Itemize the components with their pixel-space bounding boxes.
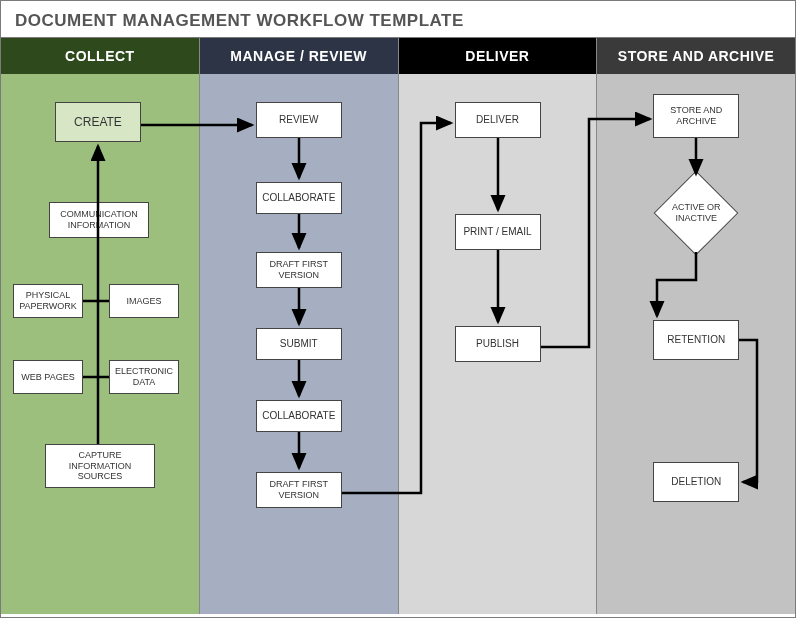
node-submit: SUBMIT [256, 328, 342, 360]
node-print-email: PRINT / EMAIL [455, 214, 541, 250]
column-store-archive: STORE AND ARCHIVE STORE AND ARCHIVE ACTI… [597, 38, 795, 614]
column-header-deliver: DELIVER [399, 38, 597, 74]
node-store-and-archive: STORE AND ARCHIVE [653, 94, 739, 138]
column-header-manage: MANAGE / REVIEW [200, 38, 398, 74]
node-review: REVIEW [256, 102, 342, 138]
column-body-collect: CREATE COMMUNICATION INFORMATION PHYSICA… [1, 74, 199, 614]
node-decision-label: ACTIVE OR INACTIVE [653, 170, 739, 256]
columns-container: COLLECT CREATE COMMUNICATION INFORMATION… [1, 38, 795, 614]
column-header-store: STORE AND ARCHIVE [597, 38, 795, 74]
node-collaborate-1: COLLABORATE [256, 182, 342, 214]
arrows-collect [1, 74, 199, 616]
node-draft-first-version-2: DRAFT FIRST VERSION [256, 472, 342, 508]
column-body-deliver: DELIVER PRINT / EMAIL PUBLISH [399, 74, 597, 614]
node-electronic-data: ELECTRONIC DATA [109, 360, 179, 394]
page-title: DOCUMENT MANAGEMENT WORKFLOW TEMPLATE [1, 1, 795, 38]
node-collaborate-2: COLLABORATE [256, 400, 342, 432]
node-create: CREATE [55, 102, 141, 142]
column-manage-review: MANAGE / REVIEW REVIEW COLLABORATE DRAFT… [200, 38, 399, 614]
node-draft-first-version-1: DRAFT FIRST VERSION [256, 252, 342, 288]
column-deliver: DELIVER DELIVER PRINT / EMAIL PUBLISH [399, 38, 598, 614]
node-communication-information: COMMUNICATION INFORMATION [49, 202, 149, 238]
column-collect: COLLECT CREATE COMMUNICATION INFORMATION… [1, 38, 200, 614]
node-capture-information-sources: CAPTURE INFORMATION SOURCES [45, 444, 155, 488]
page-frame: DOCUMENT MANAGEMENT WORKFLOW TEMPLATE CO… [0, 0, 796, 618]
column-body-store: STORE AND ARCHIVE ACTIVE OR INACTIVE RET… [597, 74, 795, 614]
column-body-manage: REVIEW COLLABORATE DRAFT FIRST VERSION S… [200, 74, 398, 614]
node-deliver: DELIVER [455, 102, 541, 138]
node-deletion: DELETION [653, 462, 739, 502]
node-web-pages: WEB PAGES [13, 360, 83, 394]
node-decision-active-inactive: ACTIVE OR INACTIVE [653, 170, 739, 256]
node-images: IMAGES [109, 284, 179, 318]
node-publish: PUBLISH [455, 326, 541, 362]
column-header-collect: COLLECT [1, 38, 199, 74]
node-retention: RETENTION [653, 320, 739, 360]
node-physical-paperwork: PHYSICAL PAPERWORK [13, 284, 83, 318]
